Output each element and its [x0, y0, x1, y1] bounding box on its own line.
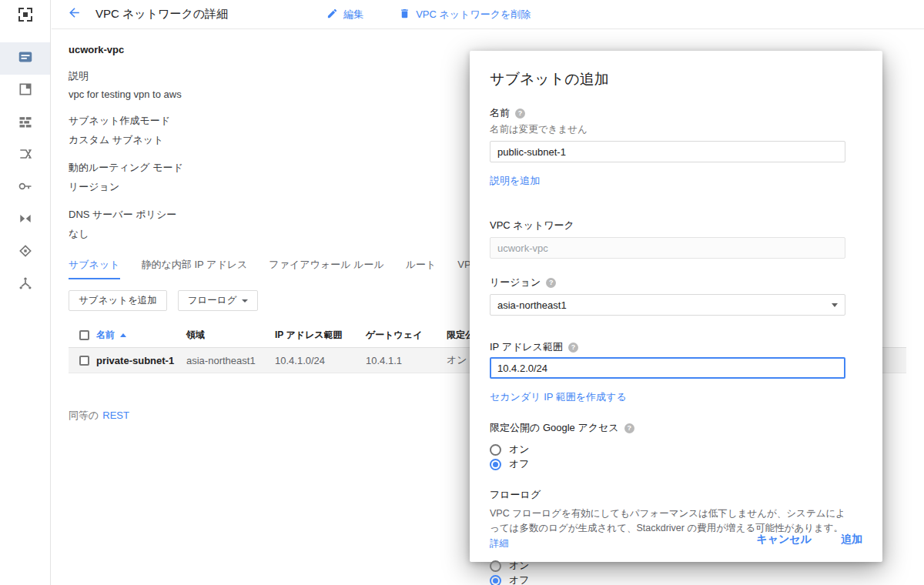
ip-range-input[interactable]: [490, 357, 845, 379]
region-select-value[interactable]: [490, 294, 845, 316]
network-label: VPC ネットワーク: [490, 219, 862, 232]
column-header-ip-range[interactable]: IP アドレス範囲: [275, 329, 366, 342]
cell-gateway: 10.4.1.1: [366, 355, 447, 366]
network-topology-icon: [18, 276, 33, 294]
radio-selected-icon[interactable]: [490, 575, 501, 585]
sidebar-item-external-ip[interactable]: [0, 75, 50, 107]
tab-routes[interactable]: ルート: [406, 258, 437, 279]
chevron-down-icon: [242, 299, 248, 303]
vpc-network-logo-icon: [0, 0, 50, 29]
flow-log-label: フローログ: [490, 488, 862, 502]
trash-icon: [399, 8, 410, 22]
region-select[interactable]: [490, 294, 845, 316]
help-icon[interactable]: ?: [546, 278, 556, 288]
ip-range-label-text: IP アドレス範囲: [490, 340, 563, 354]
cell-region: asia-northeast1: [186, 355, 275, 366]
topbar: VPC ネットワークの詳細 編集 VPC ネットワークを削除: [52, 0, 924, 29]
network-label-text: VPC ネットワーク: [490, 219, 574, 232]
peering-icon: [18, 211, 33, 229]
rest-link[interactable]: REST: [102, 410, 129, 421]
radio-selected-icon[interactable]: [490, 459, 501, 470]
sidebar-item-shared-vpc[interactable]: [0, 236, 50, 269]
sidebar-item-vpn[interactable]: [0, 172, 50, 204]
cell-ip-range: 10.4.1.0/24: [275, 355, 366, 366]
sidebar-item-firewall-rules[interactable]: [0, 107, 50, 139]
details-link[interactable]: 詳細: [490, 538, 509, 549]
cell-subnet-name[interactable]: private-subnet-1: [96, 355, 186, 366]
dialog-title: サブネットの追加: [490, 69, 862, 89]
private-access-label: 限定公開の Google アクセス ?: [490, 421, 862, 435]
tab-static-internal-ip[interactable]: 静的な内部 IP アドレス: [142, 258, 248, 279]
back-button[interactable]: [67, 5, 82, 23]
vpn-icon: [18, 179, 33, 197]
help-icon[interactable]: ?: [624, 423, 634, 433]
chevron-down-icon: [832, 303, 838, 307]
add-description-link[interactable]: 説明を追加: [490, 174, 540, 188]
external-ip-icon: [18, 82, 33, 100]
tab-firewall-rules[interactable]: ファイアウォール ルール: [269, 258, 383, 279]
radio-label: オフ: [509, 457, 530, 471]
add-button[interactable]: 追加: [841, 533, 862, 547]
subnet-name-input[interactable]: [490, 141, 845, 162]
radio-label: オフ: [509, 573, 530, 585]
edit-button[interactable]: 編集: [326, 8, 363, 22]
row-checkbox[interactable]: [79, 356, 89, 366]
delete-vpc-button[interactable]: VPC ネットワークを削除: [399, 8, 531, 22]
radio-unselected-icon[interactable]: [490, 560, 501, 572]
page-title: VPC ネットワークの詳細: [95, 7, 228, 22]
routes-icon: [18, 146, 33, 165]
secondary-ip-range-link[interactable]: セカンダリ IP 範囲を作成する: [490, 390, 627, 404]
region-label-text: リージョン: [490, 276, 541, 289]
flow-log-button-label: フローログ: [188, 294, 237, 307]
name-label: 名前 ?: [490, 106, 862, 120]
private-access-off-option[interactable]: オフ: [490, 457, 862, 471]
vpc-network-input: [490, 237, 845, 259]
add-subnet-button[interactable]: サブネットを追加: [69, 290, 167, 311]
radio-label: オン: [509, 443, 530, 456]
name-label-text: 名前: [490, 106, 510, 120]
flow-log-off-option[interactable]: オフ: [490, 573, 862, 585]
private-access-label-text: 限定公開の Google アクセス: [490, 421, 619, 435]
name-helper-text: 名前は変更できません: [490, 123, 862, 136]
column-header-region[interactable]: 領域: [186, 329, 275, 342]
help-icon[interactable]: ?: [515, 109, 525, 119]
sort-ascending-icon: [120, 333, 126, 337]
sidebar-item-routes[interactable]: [0, 139, 50, 172]
rest-prefix: 同等の: [69, 410, 99, 421]
column-header-gateway[interactable]: ゲートウェイ: [366, 329, 447, 342]
flow-log-description-text: VPC フローログを有効にしてもパフォーマンスは低下しませんが、システムによって…: [490, 508, 845, 533]
flow-log-dropdown-button[interactable]: フローログ: [178, 290, 259, 311]
flow-log-on-option[interactable]: オン: [490, 559, 862, 573]
flow-log-label-text: フローログ: [490, 488, 541, 502]
tab-subnets[interactable]: サブネット: [69, 258, 120, 279]
cancel-button[interactable]: キャンセル: [756, 533, 812, 547]
region-label: リージョン ?: [490, 276, 862, 289]
back-arrow-icon: [67, 5, 82, 23]
sidebar-item-network-topology[interactable]: [0, 269, 50, 301]
select-all-checkbox[interactable]: [79, 330, 89, 340]
dialog-footer: キャンセル 追加: [756, 533, 862, 547]
column-header-label: 名前: [96, 329, 115, 342]
edit-button-label: 編集: [343, 8, 363, 22]
vpc-networks-icon: [17, 48, 34, 69]
help-icon[interactable]: ?: [568, 343, 578, 353]
column-header-name[interactable]: 名前: [96, 329, 186, 342]
shared-vpc-icon: [18, 243, 33, 262]
radio-label: オン: [509, 559, 530, 573]
delete-vpc-button-label: VPC ネットワークを削除: [416, 8, 531, 22]
private-access-on-option[interactable]: オン: [490, 443, 862, 456]
sidebar-nav: [0, 42, 50, 301]
sidebar: [0, 0, 51, 585]
pencil-icon: [326, 8, 338, 22]
ip-range-label: IP アドレス範囲 ?: [490, 340, 862, 354]
firewall-rules-icon: [18, 114, 33, 132]
sidebar-item-vpc-networks[interactable]: [0, 42, 50, 75]
sidebar-item-vpc-peering[interactable]: [0, 204, 50, 236]
radio-unselected-icon[interactable]: [490, 444, 501, 456]
add-subnet-button-label: サブネットを追加: [79, 294, 157, 307]
add-subnet-dialog: サブネットの追加 名前 ? 名前は変更できません 説明を追加 VPC ネットワー…: [470, 51, 882, 562]
